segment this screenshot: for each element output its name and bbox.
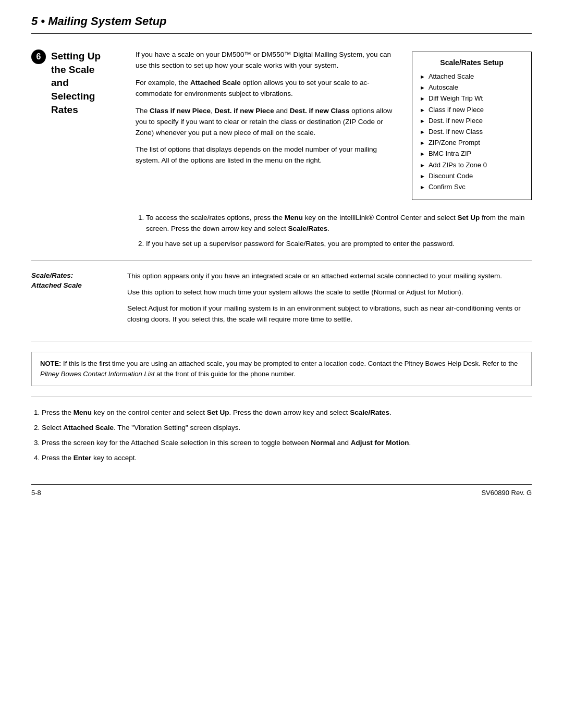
section-heading: 6 Setting Up the Scale and Selecting Rat… bbox=[31, 50, 136, 116]
subsection-attached-scale: Scale/Rates: Attached Scale This option … bbox=[31, 271, 532, 330]
sidebar-list: ►Attached Scale ►Autoscale ►Diff Weigh T… bbox=[420, 72, 524, 192]
page: 5 • Mailing System Setup 6 Setting Up th… bbox=[0, 0, 563, 728]
list-item: ►Autoscale bbox=[420, 83, 524, 92]
list-item: ►Confirm Svc bbox=[420, 182, 524, 192]
step-item: If you have set up a supervisor password… bbox=[146, 239, 532, 250]
note-box: NOTE: If this is the first time you are … bbox=[31, 352, 532, 386]
arrow-icon: ► bbox=[420, 162, 425, 169]
step-item: To access the scale/rates options, press… bbox=[146, 213, 532, 235]
arrow-icon: ► bbox=[420, 150, 425, 158]
intro-p2: For example, the Attached Scale op­tion … bbox=[136, 78, 399, 100]
arrow-icon: ► bbox=[420, 117, 425, 125]
subsection-body: This option appears only if you have an … bbox=[127, 271, 532, 330]
page-footer: 5-8 SV60890 Rev. G bbox=[31, 484, 532, 497]
section-heading-col: 6 Setting Up the Scale and Selecting Rat… bbox=[31, 50, 136, 200]
arrow-icon: ► bbox=[420, 73, 425, 81]
intro-paragraphs: If you have a scale on your DM500™ or DM… bbox=[136, 50, 399, 166]
list-item: ►Dest. if new Class bbox=[420, 127, 524, 137]
arrow-icon: ► bbox=[420, 139, 425, 147]
divider-1 bbox=[31, 260, 532, 261]
step-item: Press the Enter key to accept. bbox=[42, 453, 532, 464]
footer-ref: SV60890 Rev. G bbox=[481, 489, 532, 497]
steps-list-1: To access the scale/rates options, press… bbox=[136, 213, 532, 250]
step-item: Press the screen key for the Attached Sc… bbox=[42, 438, 532, 449]
page-title: 5 • Mailing System Setup bbox=[31, 15, 167, 28]
divider-2 bbox=[31, 341, 532, 341]
steps-section-1: To access the scale/rates options, press… bbox=[136, 213, 532, 250]
section-number: 6 bbox=[31, 50, 46, 64]
list-item: ►Diff Weigh Trip Wt bbox=[420, 94, 524, 103]
divider-3 bbox=[31, 397, 532, 397]
list-item: ►Dest. if new Piece bbox=[420, 116, 524, 126]
intro-p4: The list of options that displays de­pen… bbox=[136, 144, 399, 166]
step-item: Press the Menu key on the control center… bbox=[42, 408, 532, 418]
main-content-row: 6 Setting Up the Scale and Selecting Rat… bbox=[31, 50, 532, 200]
arrow-icon: ► bbox=[420, 84, 425, 92]
list-item: ►Discount Code bbox=[420, 171, 524, 181]
intro-body: If you have a scale on your DM500™ or DM… bbox=[136, 50, 412, 200]
intro-p1: If you have a scale on your DM500™ or DM… bbox=[136, 50, 399, 71]
page-header: 5 • Mailing System Setup bbox=[31, 0, 532, 34]
arrow-icon: ► bbox=[420, 128, 425, 136]
list-item: ►Class if new Piece bbox=[420, 105, 524, 115]
arrow-icon: ► bbox=[420, 172, 425, 180]
subsection-p1: This option appears only if you have an … bbox=[127, 271, 532, 282]
list-item: ►ZIP/Zone Prompt bbox=[420, 138, 524, 147]
sidebar-box: Scale/Rates Setup ►Attached Scale ►Autos… bbox=[412, 52, 532, 200]
step-item: Select Attached Scale. The "Vibration Se… bbox=[42, 423, 532, 434]
intro-p3: The Class if new Piece, Dest. if new Pie… bbox=[136, 106, 399, 139]
subsection-p3: Select Adjust for motion if your mailing… bbox=[127, 303, 532, 325]
steps-list-2: Press the Menu key on the control center… bbox=[31, 408, 532, 464]
arrow-icon: ► bbox=[420, 106, 425, 114]
subsection-label: Scale/Rates: Attached Scale bbox=[31, 271, 115, 330]
note-text: If this is the first time you are using … bbox=[40, 360, 518, 378]
sidebar-title: Scale/Rates Setup bbox=[420, 58, 524, 67]
footer-page: 5-8 bbox=[31, 489, 41, 497]
section-heading-text: Setting Up the Scale and Selecting Rates bbox=[51, 50, 101, 116]
steps-section-2: Press the Menu key on the control center… bbox=[31, 408, 532, 464]
list-item: ►BMC Intra ZIP bbox=[420, 149, 524, 158]
note-label: NOTE: bbox=[40, 360, 61, 367]
arrow-icon: ► bbox=[420, 95, 425, 103]
list-item: ►Add ZIPs to Zone 0 bbox=[420, 161, 524, 170]
subsection-p2: Use this option to select how much time … bbox=[127, 287, 532, 298]
arrow-icon: ► bbox=[420, 183, 425, 191]
sidebar-col: Scale/Rates Setup ►Attached Scale ►Autos… bbox=[412, 50, 532, 200]
list-item: ►Attached Scale bbox=[420, 72, 524, 81]
